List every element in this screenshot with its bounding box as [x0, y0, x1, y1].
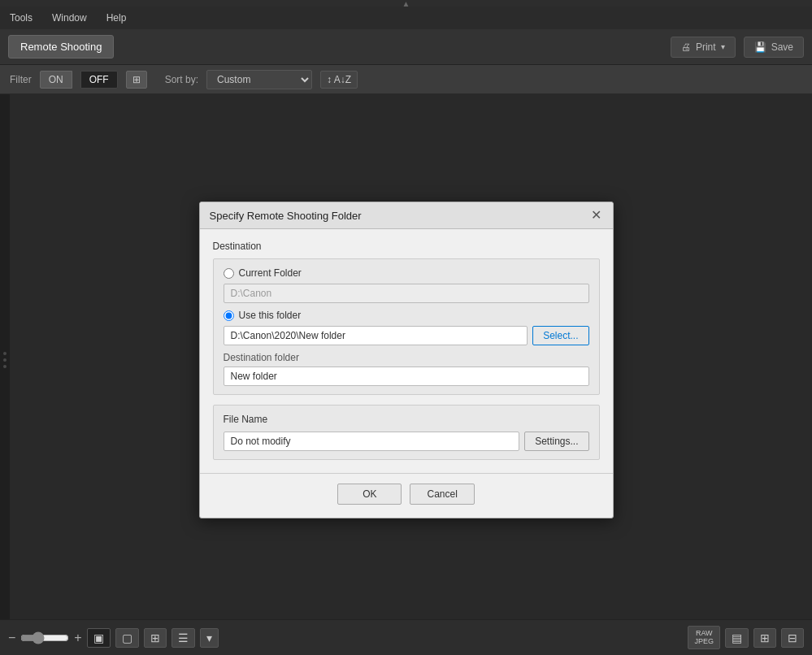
view-list-button[interactable]: ☰	[172, 628, 195, 648]
zoom-out-button[interactable]: −	[8, 631, 15, 645]
current-folder-radio[interactable]	[224, 268, 234, 279]
destination-folder-label: Destination folder	[224, 352, 589, 363]
scroll-up-arrow: ▲	[402, 0, 410, 8]
destination-box: Current Folder Use this folder Select...…	[213, 258, 600, 395]
bottombar: − + ▣ ▢ ⊞ ☰ ▾ RAWJPEG ▤ ⊞ ⊟	[0, 619, 812, 655]
cancel-button[interactable]: Cancel	[410, 484, 474, 505]
use-folder-path-input[interactable]	[224, 326, 528, 345]
settings-button[interactable]: Settings...	[524, 432, 588, 451]
ok-button[interactable]: OK	[337, 484, 402, 505]
print-button[interactable]: 🖨 Print ▾	[671, 37, 736, 58]
filter-off-button[interactable]: OFF	[80, 71, 118, 89]
toolbar: Remote Shooting 🖨 Print ▾ 💾 Save	[0, 29, 812, 65]
select-folder-button[interactable]: Select...	[532, 326, 588, 345]
use-folder-row: Use this folder	[224, 310, 589, 321]
dialog-title: Specify Remote Shooting Folder	[210, 210, 362, 222]
menu-help[interactable]: Help	[103, 11, 130, 25]
view-single-button[interactable]: ▣	[87, 628, 111, 648]
view-compare-button[interactable]: ⊞	[753, 628, 776, 648]
view-raw-jpeg-button[interactable]: RAWJPEG	[688, 626, 720, 650]
menu-window[interactable]: Window	[49, 11, 90, 25]
current-folder-row: Current Folder	[224, 267, 589, 279]
save-icon: 💾	[754, 41, 766, 53]
filename-input[interactable]	[224, 432, 520, 451]
dialog-titlebar: Specify Remote Shooting Folder ✕	[200, 202, 613, 229]
destination-folder-input[interactable]	[224, 367, 589, 386]
view-single-alt-button[interactable]: ▢	[115, 628, 139, 648]
view-zoom-button[interactable]: ⊟	[781, 628, 804, 648]
print-dropdown-arrow: ▾	[721, 42, 725, 51]
zoom-in-button[interactable]: +	[74, 631, 81, 645]
sortby-label: Sort by:	[165, 74, 198, 85]
top-scroll-area: ▲	[0, 0, 812, 7]
filename-row: Settings...	[224, 432, 589, 451]
menubar: Tools Window Help	[0, 7, 812, 29]
filename-section-label: File Name	[224, 414, 589, 425]
dialog-body: Destination Current Folder Use this fold…	[200, 229, 613, 473]
remote-shooting-button[interactable]: Remote Shooting	[8, 35, 114, 59]
print-icon: 🖨	[681, 41, 691, 53]
current-folder-label[interactable]: Current Folder	[239, 267, 302, 279]
destination-section-label: Destination	[213, 241, 600, 252]
folder-path-row: Select...	[224, 326, 589, 345]
dialog-footer: OK Cancel	[200, 474, 613, 518]
sortby-select[interactable]: Custom Date Name Rating	[206, 70, 312, 89]
current-folder-path-input	[224, 284, 589, 303]
filename-section: File Name Settings...	[213, 405, 600, 460]
modal-backdrop: Specify Remote Shooting Folder ✕ Destina…	[0, 94, 812, 626]
view-dropdown-button[interactable]: ▾	[200, 628, 219, 648]
filterbar: Filter ON OFF ⊞ Sort by: Custom Date Nam…	[0, 65, 812, 94]
filter-options-button[interactable]: ⊞	[126, 71, 147, 89]
filter-label: Filter	[10, 74, 32, 85]
sort-az-button[interactable]: ↕ A↓Z	[320, 71, 358, 89]
dialog-close-button[interactable]: ✕	[589, 209, 603, 222]
dialog-specify-folder: Specify Remote Shooting Folder ✕ Destina…	[199, 202, 614, 518]
menu-tools[interactable]: Tools	[7, 11, 36, 25]
view-filmstrip-button[interactable]: ▤	[725, 628, 749, 648]
filter-on-button[interactable]: ON	[40, 71, 72, 89]
save-button[interactable]: 💾 Save	[744, 37, 804, 58]
use-folder-label[interactable]: Use this folder	[239, 310, 302, 321]
use-folder-radio[interactable]	[224, 310, 234, 321]
main-content: Specify Remote Shooting Folder ✕ Destina…	[0, 94, 812, 626]
zoom-slider[interactable]	[20, 631, 69, 644]
view-grid-button[interactable]: ⊞	[144, 628, 167, 648]
